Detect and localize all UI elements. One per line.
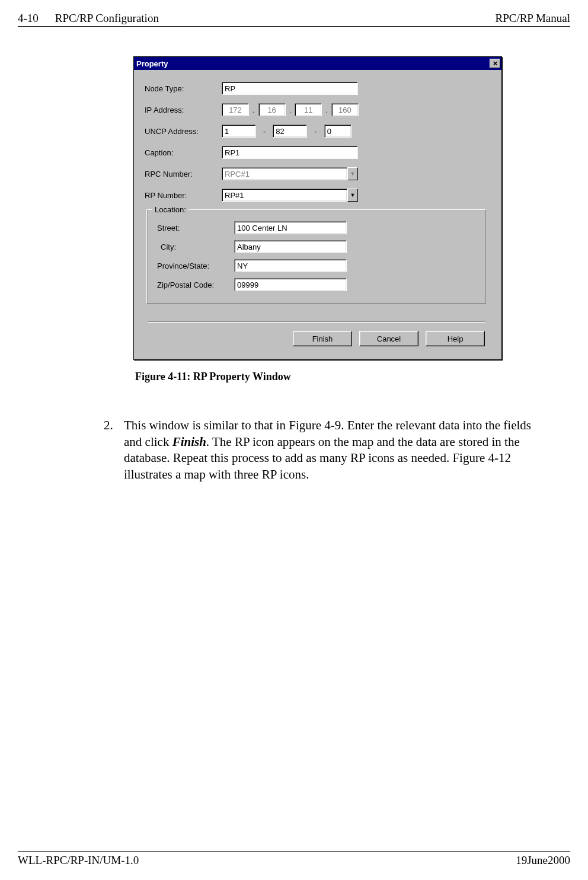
rpc-number-combo: RPC#1 ▼ <box>222 167 358 180</box>
province-label: Province/State: <box>157 262 234 270</box>
uncp-address-input[interactable]: 1 - 82 - 0 <box>222 125 351 138</box>
button-row: Finish Cancel Help <box>145 331 488 352</box>
rpc-number-value: RPC#1 <box>222 167 347 180</box>
property-dialog: Property ✕ Node Type: RP IP Address: 172… <box>133 56 502 360</box>
node-type-input[interactable]: RP <box>222 82 358 95</box>
header-page-num: 4-10 <box>18 12 39 25</box>
ip-seg-3: 11 <box>295 103 322 116</box>
street-input[interactable]: 100 Center LN <box>234 221 347 234</box>
uncp-seg-1[interactable]: 1 <box>222 125 256 138</box>
rp-number-combo[interactable]: RP#1 ▼ <box>222 189 358 202</box>
uncp-seg-3[interactable]: 0 <box>324 125 351 138</box>
dialog-screenshot: Property ✕ Node Type: RP IP Address: 172… <box>133 56 502 360</box>
footer-right: 19June2000 <box>516 854 570 867</box>
body-text: 2. This window is similar to that in Fig… <box>104 417 547 483</box>
caption-label: Caption: <box>145 148 222 157</box>
header-manual: RPC/RP Manual <box>495 12 570 25</box>
header-section: RPC/RP Configuration <box>55 12 159 25</box>
finish-button[interactable]: Finish <box>293 331 352 346</box>
uncp-seg-2[interactable]: 82 <box>273 125 307 138</box>
zip-input[interactable]: 09999 <box>234 278 347 291</box>
ip-address-label: IP Address: <box>145 106 222 114</box>
province-input[interactable]: NY <box>234 259 347 272</box>
page-header: 4-10 RPC/RP Configuration RPC/RP Manual <box>18 12 570 27</box>
ip-seg-1: 172 <box>222 103 249 116</box>
list-content: This window is similar to that in Figure… <box>124 417 547 483</box>
rp-number-value[interactable]: RP#1 <box>222 189 347 202</box>
close-icon[interactable]: ✕ <box>490 59 500 68</box>
cancel-button[interactable]: Cancel <box>359 331 418 346</box>
caption-input[interactable]: RP1 <box>222 146 358 159</box>
rpc-number-label: RPC Number: <box>145 170 222 178</box>
titlebar: Property ✕ <box>134 57 501 70</box>
separator <box>148 321 485 323</box>
list-number: 2. <box>104 417 124 483</box>
uncp-address-label: UNCP Address: <box>145 127 222 136</box>
node-type-label: Node Type: <box>145 84 222 93</box>
location-group-label: Location: <box>152 205 188 214</box>
chevron-down-icon[interactable]: ▼ <box>347 189 358 202</box>
help-button[interactable]: Help <box>426 331 485 346</box>
zip-label: Zip/Postal Code: <box>157 280 234 289</box>
city-input[interactable]: Albany <box>234 240 347 253</box>
page-footer: WLL-RPC/RP-IN/UM-1.0 19June2000 <box>18 851 570 867</box>
dialog-title: Property <box>136 59 168 68</box>
ip-seg-2: 16 <box>258 103 286 116</box>
ip-address-input: 172 . 16 . 11 . 160 <box>222 103 359 116</box>
chevron-down-icon: ▼ <box>347 167 358 180</box>
city-label: City: <box>157 243 234 251</box>
location-groupbox: Location: Street: 100 Center LN City: Al… <box>147 210 486 304</box>
footer-left: WLL-RPC/RP-IN/UM-1.0 <box>18 854 139 867</box>
street-label: Street: <box>157 224 234 232</box>
rp-number-label: RP Number: <box>145 191 222 200</box>
figure-caption: Figure 4-11: RP Property Window <box>135 371 570 383</box>
ip-seg-4: 160 <box>331 103 359 116</box>
